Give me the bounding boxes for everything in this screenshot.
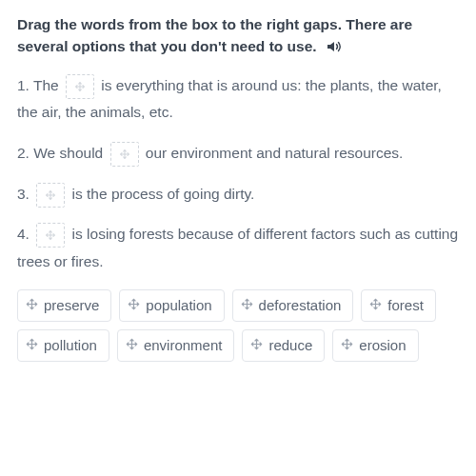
sentence-number: 1. bbox=[17, 77, 30, 93]
sentence-4: 4. is losing forests because of differen… bbox=[17, 221, 459, 275]
word-bank: preserve population deforestation fore bbox=[17, 289, 459, 362]
sentence-number: 2. bbox=[17, 145, 30, 161]
sentence-text: is the process of going dirty. bbox=[72, 186, 255, 202]
move-icon bbox=[128, 297, 146, 314]
word-label: erosion bbox=[359, 337, 406, 354]
word-label: population bbox=[146, 297, 211, 314]
instructions-text: Drag the words from the box to the right… bbox=[17, 16, 412, 54]
word-label: pollution bbox=[44, 337, 97, 354]
move-icon bbox=[26, 297, 44, 314]
word-label: environment bbox=[144, 337, 223, 354]
word-label: deforestation bbox=[259, 297, 342, 314]
word-option[interactable]: pollution bbox=[17, 329, 109, 362]
sentence-2: 2. We should our environment and natural… bbox=[17, 140, 459, 168]
word-label: reduce bbox=[268, 337, 312, 354]
sentence-3: 3. is the process of going dirty. bbox=[17, 181, 459, 208]
sentence-number: 3. bbox=[17, 186, 30, 202]
word-option[interactable]: environment bbox=[117, 329, 235, 362]
move-icon bbox=[369, 297, 387, 314]
sentence-1: 1. The is everything that is around us: … bbox=[17, 72, 459, 127]
instructions: Drag the words from the box to the right… bbox=[17, 13, 459, 59]
drop-gap[interactable] bbox=[66, 74, 94, 99]
word-option[interactable]: population bbox=[119, 289, 224, 322]
sentence-number: 4. bbox=[17, 226, 30, 242]
word-option[interactable]: forest bbox=[361, 289, 436, 322]
word-option[interactable]: preserve bbox=[17, 289, 111, 322]
audio-icon[interactable] bbox=[327, 37, 342, 59]
drop-gap[interactable] bbox=[36, 183, 65, 208]
move-icon bbox=[26, 337, 44, 354]
word-label: preserve bbox=[44, 297, 99, 314]
word-option[interactable]: reduce bbox=[242, 329, 325, 362]
move-icon bbox=[341, 337, 359, 354]
move-icon bbox=[126, 337, 144, 354]
word-option[interactable]: erosion bbox=[332, 329, 418, 362]
drop-gap[interactable] bbox=[110, 142, 139, 167]
sentence-text: is losing forests because of different f… bbox=[17, 226, 458, 269]
word-label: forest bbox=[387, 297, 424, 314]
move-icon bbox=[241, 297, 259, 314]
drop-gap[interactable] bbox=[36, 223, 65, 248]
sentence-text: our environment and natural resources. bbox=[146, 145, 404, 161]
move-icon bbox=[250, 337, 268, 354]
word-option[interactable]: deforestation bbox=[232, 289, 354, 322]
